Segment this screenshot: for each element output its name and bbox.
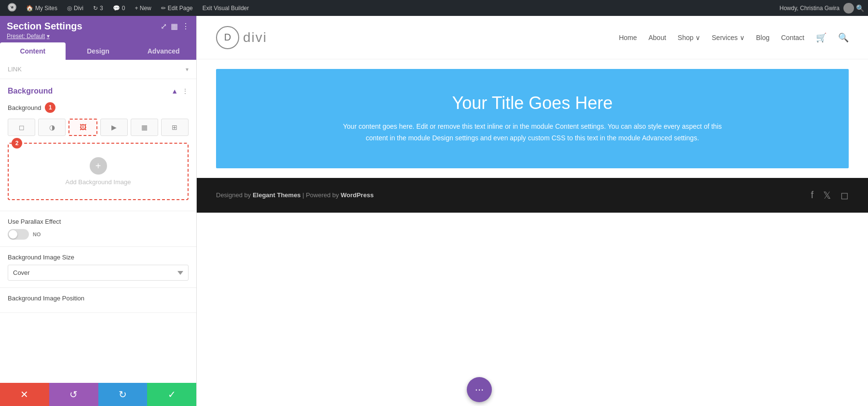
new-menu[interactable]: + New (131, 0, 155, 16)
bg-type-gradient[interactable]: ▦ (131, 119, 158, 136)
hero-body: Your content goes here. Edit or remove t… (339, 121, 725, 144)
section-header: Background ▲ ⋮ (8, 87, 189, 95)
panel-preset: Preset: Default ▾ (7, 33, 190, 40)
tab-advanced[interactable]: Advanced (131, 42, 196, 60)
fab-dots-icon: ··· (475, 383, 484, 396)
bg-size-select[interactable]: Cover Contain Stretch Tile Tile Horizont… (8, 265, 189, 281)
add-plus-icon: + (90, 157, 107, 175)
edit-page-btn[interactable]: ✏ Edit Page (157, 0, 197, 16)
pattern-icon: ⊞ (172, 123, 177, 131)
nav-home[interactable]: Home (619, 34, 637, 41)
save-icon: ✓ (168, 389, 176, 400)
services-chevron-icon: ∨ (740, 34, 745, 41)
site-nav-links: Home About Shop ∨ Services ∨ Blog Contac… (619, 32, 849, 43)
tab-design[interactable]: Design (66, 42, 131, 60)
columns-icon[interactable]: ▦ (171, 22, 178, 31)
bg-type-color[interactable]: ◑ (38, 119, 66, 136)
facebook-icon[interactable]: f (811, 189, 814, 201)
bg-position-section: Background Image Position (0, 288, 196, 313)
nav-services[interactable]: Services ∨ (712, 34, 745, 41)
collapse-icon[interactable]: ▲ (171, 87, 178, 95)
admin-bar-right: Howdy, Christina Gwira 🔍 (780, 3, 864, 14)
section-settings-panel: Section Settings ⤢ ▦ ⋮ Preset: Default ▾… (0, 16, 197, 406)
color-icon: ◑ (49, 123, 55, 131)
bg-type-image[interactable]: 🖼 (68, 119, 97, 136)
background-title: Background (8, 87, 53, 95)
background-field-row: Background 1 (8, 102, 189, 113)
preview-wrapper: D divi Home About Shop ∨ Services (197, 16, 868, 406)
sync-menu[interactable]: ↻ 3 (89, 0, 107, 16)
comments-menu[interactable]: 💬 0 (109, 0, 129, 16)
parallax-toggle-row: NO (8, 229, 189, 240)
nav-contact[interactable]: Contact (781, 34, 804, 41)
divi-icon: ◎ (67, 5, 72, 12)
gradient-icon: ▦ (141, 123, 148, 131)
cancel-button[interactable]: ✕ (0, 383, 49, 406)
wordpress-logo[interactable] (4, 0, 20, 16)
bg-size-section: Background Image Size Cover Contain Stre… (0, 247, 196, 288)
user-avatar[interactable] (843, 3, 854, 14)
parallax-section: Use Parallax Effect NO (0, 211, 196, 247)
cart-icon[interactable]: 🛒 (816, 32, 827, 43)
nav-about[interactable]: About (649, 34, 666, 41)
tab-content[interactable]: Content (0, 42, 66, 60)
preview-content: D divi Home About Shop ∨ Services (197, 16, 868, 406)
panel-header-top: Section Settings ⤢ ▦ ⋮ (7, 21, 190, 32)
wordpress-link[interactable]: WordPress (340, 191, 373, 199)
logo-circle: D (216, 26, 239, 49)
parallax-toggle[interactable] (8, 229, 29, 240)
save-button[interactable]: ✓ (147, 383, 196, 406)
undo-button[interactable]: ↺ (49, 383, 98, 406)
shop-chevron-icon: ∨ (695, 34, 700, 41)
floating-action-button[interactable]: ··· (467, 377, 492, 402)
main-layout: Section Settings ⤢ ▦ ⋮ Preset: Default ▾… (0, 16, 868, 406)
exit-builder-btn[interactable]: Exit Visual Builder (199, 0, 253, 16)
parallax-value: NO (33, 231, 41, 237)
my-sites-menu[interactable]: 🏠 My Sites (22, 0, 61, 16)
add-background-image[interactable]: + Add Background Image (8, 143, 189, 200)
resize-icon[interactable]: ⤢ (161, 22, 167, 31)
panel-body: LINK ▾ Background ▲ ⋮ Background 1 (0, 60, 196, 383)
bottom-toolbar: ✕ ↺ ↻ ✓ (0, 383, 196, 406)
transparent-icon: ◻ (19, 123, 25, 131)
comment-icon: 💬 (113, 5, 120, 12)
bg-type-video[interactable]: ▶ (100, 119, 128, 136)
nav-blog[interactable]: Blog (756, 34, 770, 41)
bg-size-label: Background Image Size (8, 254, 189, 261)
bg-position-label: Background Image Position (8, 295, 189, 302)
collapsed-arrow-icon[interactable]: ▾ (186, 66, 189, 73)
footer-social: f 𝕏 ◻ (811, 189, 849, 201)
hero-title: Your Title Goes Here (235, 93, 829, 113)
more-icon[interactable]: ⋮ (182, 22, 190, 31)
bg-type-row: ◻ ◑ 🖼 ▶ ▦ ⊞ (8, 119, 189, 136)
logo-d: D (224, 32, 231, 43)
add-bg-label: Add Background Image (66, 178, 131, 186)
bg-type-transparent[interactable]: ◻ (8, 119, 35, 136)
elegant-themes-link[interactable]: Elegant Themes (253, 191, 301, 199)
link-section-collapsed: LINK ▾ (0, 60, 196, 79)
instagram-icon[interactable]: ◻ (841, 189, 849, 201)
toggle-knob (9, 230, 17, 239)
admin-bar: 🏠 My Sites ◎ Divi ↻ 3 💬 0 + New ✏ Edit P… (0, 0, 868, 16)
video-icon: ▶ (111, 123, 117, 131)
section-more-icon[interactable]: ⋮ (182, 87, 189, 95)
preset-dropdown[interactable]: ▾ (47, 33, 50, 40)
pencil-icon: ✏ (161, 5, 166, 12)
search-icon[interactable]: 🔍 (856, 4, 864, 12)
divi-menu[interactable]: ◎ Divi (63, 0, 87, 16)
redo-icon: ↻ (119, 389, 127, 400)
site-search-icon[interactable]: 🔍 (838, 32, 849, 43)
twitter-icon[interactable]: 𝕏 (823, 189, 831, 201)
link-section-title: LINK (8, 66, 22, 73)
site-logo: D divi (216, 26, 267, 49)
badge-1: 1 (45, 102, 55, 113)
background-label: Background (8, 104, 41, 111)
wordpress-icon (8, 3, 16, 13)
redo-button[interactable]: ↻ (98, 383, 148, 406)
sync-icon: ↻ (93, 5, 98, 12)
nav-shop[interactable]: Shop ∨ (678, 34, 700, 41)
bg-type-pattern[interactable]: ⊞ (161, 119, 189, 136)
panel-title: Section Settings (7, 21, 82, 32)
house-icon: 🏠 (26, 5, 33, 12)
parallax-label: Use Parallax Effect (8, 218, 189, 225)
